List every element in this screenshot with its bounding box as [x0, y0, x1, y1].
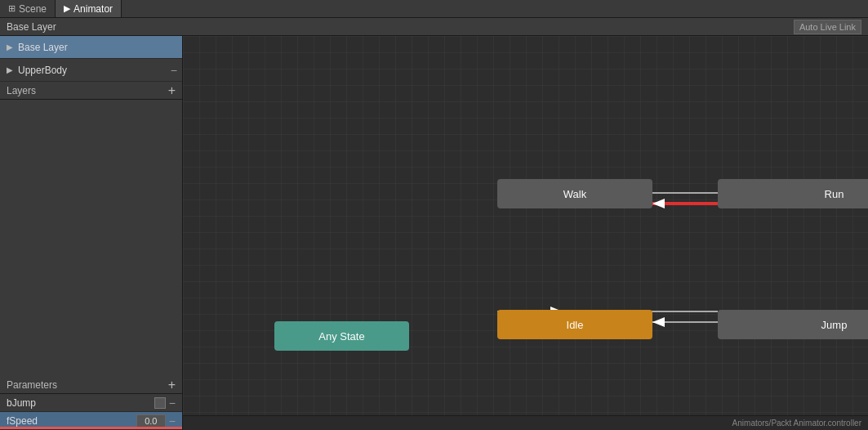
scene-tab-label: Scene: [19, 3, 47, 15]
layer-upperbody-minus[interactable]: −: [171, 64, 177, 77]
parameters-add-button[interactable]: +: [168, 378, 176, 392]
state-walk[interactable]: Walk: [497, 179, 652, 208]
layer-base-arrow: ▶: [5, 43, 15, 52]
status-bar: Animators/Packt Animator.controller: [183, 415, 868, 430]
layer-upperbody[interactable]: ▶ UpperBody −: [0, 59, 182, 82]
state-any-label: Any State: [318, 330, 364, 343]
svg-marker-7: [652, 317, 665, 327]
left-panel: ▶ Base Layer ▶ UpperBody − Layers + Para…: [0, 36, 183, 430]
state-walk-label: Walk: [563, 188, 586, 200]
layer-base-name: Base Layer: [18, 42, 177, 53]
connections-svg: [183, 36, 868, 430]
status-text: Animators/Packt Animator.controller: [732, 419, 861, 428]
layer-upperbody-name: UpperBody: [18, 65, 171, 76]
param-bjump-name: bJump: [7, 397, 151, 409]
state-jump[interactable]: Jump: [718, 310, 868, 339]
param-fspeed[interactable]: fSpeed 0.0 −: [0, 412, 182, 430]
param-bjump[interactable]: bJump −: [0, 394, 182, 412]
parameters-label: Parameters: [7, 379, 168, 391]
left-spacer: [0, 100, 182, 376]
parameters-header: Parameters +: [0, 376, 182, 394]
param-fspeed-name: fSpeed: [7, 415, 133, 427]
parameters-panel: Parameters + bJump − fSpeed 0.0 −: [0, 376, 182, 430]
animator-tab-label: Animator: [73, 3, 113, 15]
param-bjump-checkbox[interactable]: [154, 397, 166, 409]
state-run[interactable]: Run: [718, 179, 868, 208]
layer-upperbody-arrow: ▶: [5, 65, 15, 75]
header-title: Base Layer: [7, 21, 56, 33]
param-fspeed-value[interactable]: 0.0: [136, 414, 166, 428]
param-fspeed-bar: [0, 427, 182, 429]
state-idle[interactable]: Idle: [497, 310, 652, 339]
param-fspeed-minus[interactable]: −: [169, 414, 176, 428]
canvas-area[interactable]: Walk Run Any State Idle Jump Animators/P…: [183, 36, 868, 430]
auto-live-link-button[interactable]: Auto Live Link: [794, 20, 861, 34]
layer-base[interactable]: ▶ Base Layer: [0, 36, 182, 59]
layers-label: Layers: [7, 85, 168, 96]
animator-tab[interactable]: ▶ Animator: [56, 0, 122, 17]
svg-marker-3: [652, 199, 665, 208]
state-any[interactable]: Any State: [274, 321, 409, 351]
main-layout: ▶ Base Layer ▶ UpperBody − Layers + Para…: [0, 36, 868, 430]
scene-tab-icon: ⊞: [8, 3, 16, 14]
param-bjump-minus[interactable]: −: [169, 396, 176, 410]
top-tabs: ⊞ Scene ▶ Animator: [0, 0, 868, 18]
layers-add-button[interactable]: +: [168, 83, 176, 98]
animator-tab-icon: ▶: [64, 3, 70, 14]
layers-footer: Layers +: [0, 82, 182, 100]
state-jump-label: Jump: [821, 319, 848, 331]
scene-tab[interactable]: ⊞ Scene: [0, 0, 56, 17]
header-bar: Base Layer Auto Live Link: [0, 18, 868, 36]
state-idle-label: Idle: [567, 319, 584, 331]
state-run-label: Run: [825, 188, 844, 200]
